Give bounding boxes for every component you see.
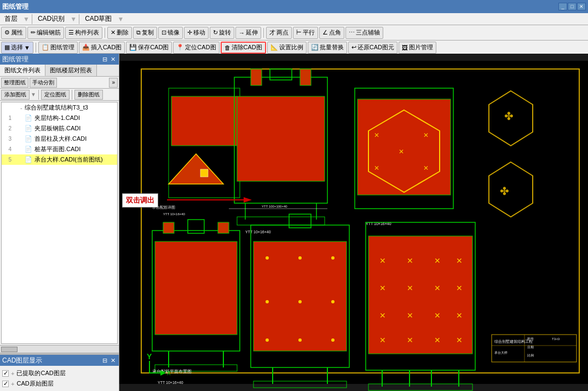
- scrollbar-horizontal[interactable]: [0, 345, 119, 353]
- layer-list: ✓ + 已提取的CAD图层 ✓ + CAD原始图层: [0, 366, 119, 391]
- restore-cad-button[interactable]: ↩ 还原CAD图元: [348, 42, 397, 54]
- point-angle-button[interactable]: ∠ 点角: [319, 27, 344, 39]
- svg-text:✕: ✕: [374, 131, 379, 139]
- app-title-bar: 图纸管理 _ □ ✕: [0, 0, 588, 13]
- cad-layer-title-text: CAD图层显示: [2, 356, 42, 365]
- cad-layer-close-btn[interactable]: ✕: [109, 357, 117, 364]
- select-button[interactable]: ▦ 选择 ▼: [1, 42, 33, 54]
- svg-text:✕: ✕: [456, 284, 463, 292]
- organize-button[interactable]: 整理图纸: [1, 78, 28, 88]
- svg-rect-5: [200, 169, 208, 177]
- panel-float-button[interactable]: ⊟: [101, 56, 108, 63]
- clear-cad-button[interactable]: 🗑 清除CAD图: [221, 42, 266, 54]
- locate-drawing-button[interactable]: 定位图纸: [41, 90, 70, 100]
- maximize-button[interactable]: □: [568, 3, 577, 10]
- annotation-box: 双击调出: [122, 193, 158, 208]
- panel-actions: 添加图纸 ▼ 定位图纸 删除图纸: [0, 89, 119, 101]
- batch-replace-button[interactable]: 🔄 批量替换: [308, 42, 347, 54]
- layer-checkbox-extracted[interactable]: ✓: [2, 370, 9, 377]
- cad-layer-float-btn[interactable]: ⊟: [101, 357, 108, 364]
- component-list-button[interactable]: ☰构件列表: [65, 27, 102, 39]
- svg-text:✕: ✕: [407, 311, 413, 320]
- list-item[interactable]: 4 📄 桩基平面图.CADI: [2, 144, 117, 154]
- delete-button[interactable]: ✕删除: [107, 27, 132, 39]
- scroll-thumb[interactable]: [1, 347, 18, 352]
- svg-text:T3-t3: T3-t3: [552, 337, 560, 341]
- two-point-button[interactable]: 才 两点: [266, 27, 292, 39]
- menu-bar: 首层 ▼ CAD识别 ▼ CAD草图 ▼: [0, 13, 588, 25]
- svg-text:✤: ✤: [500, 185, 509, 197]
- tab-floor-map[interactable]: 图纸楼层对照表: [45, 65, 97, 76]
- svg-marker-97: [244, 197, 252, 203]
- svg-text:✕: ✕: [407, 256, 413, 265]
- svg-text:✕: ✕: [379, 311, 386, 320]
- panel-close-button[interactable]: ✕: [109, 56, 117, 63]
- locate-cad-button[interactable]: 📍 定位CAD图: [173, 42, 219, 54]
- svg-text:✕: ✕: [434, 311, 441, 320]
- copy-button[interactable]: ⧉复制: [133, 27, 157, 39]
- menu-cad-identify[interactable]: CAD识别: [33, 13, 69, 25]
- cad-layer-panel: CAD图层显示 ⊟ ✕ ✓ + 已提取的CAD图层 ✓ + CAD原始图层: [0, 355, 119, 391]
- close-button[interactable]: ✕: [577, 3, 586, 10]
- panel-title-controls: ⊟ ✕: [101, 56, 117, 63]
- svg-text:YTT 10×16×40: YTT 10×16×40: [158, 381, 183, 384]
- svg-text:✕: ✕: [374, 164, 379, 172]
- panel-title: 图纸管理 ⊟ ✕: [0, 54, 119, 65]
- list-item[interactable]: 2 📄 夹层板钢筋.CADI: [2, 123, 117, 134]
- edit-rebar-button[interactable]: ✏编辑钢筋: [27, 27, 64, 39]
- list-item[interactable]: - 综合别墅建筑结构T3_t3: [2, 102, 117, 113]
- sep4: [263, 28, 264, 38]
- three-point-axis-button[interactable]: ⋯ 三点辅轴: [345, 27, 383, 39]
- svg-point-43: [331, 256, 335, 260]
- panel-toolbar: 整理图纸 手动分割 »: [0, 77, 119, 89]
- svg-rect-31: [155, 242, 237, 335]
- list-item[interactable]: 1 📄 夹层结构-1.CADI: [2, 113, 117, 123]
- toolbar-row-1: ⚙属性 ✏编辑钢筋 ☰构件列表 ✕删除 ⧉复制 ⊡镜像 ✛移动 ↻旋转 →延伸 …: [0, 25, 588, 41]
- tab-file-list[interactable]: 图纸文件列表: [0, 65, 45, 76]
- save-cad-button[interactable]: 💾 保存CAD图: [126, 42, 172, 54]
- svg-text:X: X: [167, 370, 171, 376]
- svg-rect-33: [163, 222, 174, 233]
- svg-text:✕: ✕: [434, 256, 441, 265]
- img-mgr-button[interactable]: 🖼 图片管理: [399, 42, 436, 54]
- insert-cad-button[interactable]: 📥 插入CAD图: [79, 42, 125, 54]
- parallel-button[interactable]: ⊢ 平行: [293, 27, 318, 39]
- layer-item-extracted[interactable]: ✓ + 已提取的CAD图层: [2, 368, 117, 378]
- mirror-button[interactable]: ⊡镜像: [158, 27, 183, 39]
- svg-rect-12: [300, 69, 311, 85]
- svg-rect-18: [358, 99, 451, 195]
- manual-split-button[interactable]: 手动分割: [30, 78, 57, 88]
- minimize-button[interactable]: _: [558, 3, 567, 10]
- svg-text:✕: ✕: [407, 336, 413, 344]
- set-scale-button[interactable]: 📐 设置比例: [267, 42, 307, 54]
- file-list[interactable]: - 综合别墅建筑结构T3_t3 1 📄 夹层结构-1.CADI 2 📄 夹层板钢…: [1, 102, 118, 344]
- add-drawing-button[interactable]: 添加图纸: [1, 90, 30, 100]
- layer-checkbox-original[interactable]: ✓: [2, 381, 9, 387]
- menu-cad-draft[interactable]: CAD草图: [80, 13, 116, 25]
- svg-rect-3: [171, 96, 237, 146]
- drawing-mgr-button[interactable]: 📋 图纸管理: [38, 42, 78, 54]
- layer-item-original[interactable]: ✓ + CAD原始图层: [2, 378, 117, 389]
- main-canvas[interactable]: 承台配筋详图 YTT 10×16×40 YTT 10×16×40: [119, 54, 588, 391]
- svg-point-42: [298, 256, 302, 260]
- svg-point-47: [266, 338, 269, 342]
- panel-more-button[interactable]: »: [109, 78, 118, 88]
- rotate-button[interactable]: ↻旋转: [210, 27, 234, 39]
- svg-point-41: [266, 256, 269, 260]
- list-item-current[interactable]: 5 📄 承台大样.CADI(当前图纸): [2, 154, 117, 165]
- svg-text:✕: ✕: [456, 256, 463, 265]
- svg-point-45: [298, 300, 302, 303]
- tab-row: 图纸文件列表 图纸楼层对照表: [0, 65, 119, 77]
- delete-drawing-button[interactable]: 删除图纸: [74, 90, 103, 100]
- svg-text:✕: ✕: [399, 148, 404, 156]
- list-item[interactable]: 3 📄 首层柱及大样.CADI: [2, 134, 117, 144]
- svg-rect-9: [237, 96, 325, 181]
- attr-button[interactable]: ⚙属性: [1, 27, 26, 39]
- extend-button[interactable]: →延伸: [235, 27, 261, 39]
- sep5: [36, 43, 36, 53]
- svg-text:Y: Y: [147, 352, 152, 361]
- menu-first-floor[interactable]: 首层: [0, 13, 22, 25]
- move-button[interactable]: ✛移动: [184, 27, 209, 39]
- svg-text:YTT 100×100×40: YTT 100×100×40: [262, 205, 287, 208]
- annotation-container: 双击调出: [122, 193, 158, 208]
